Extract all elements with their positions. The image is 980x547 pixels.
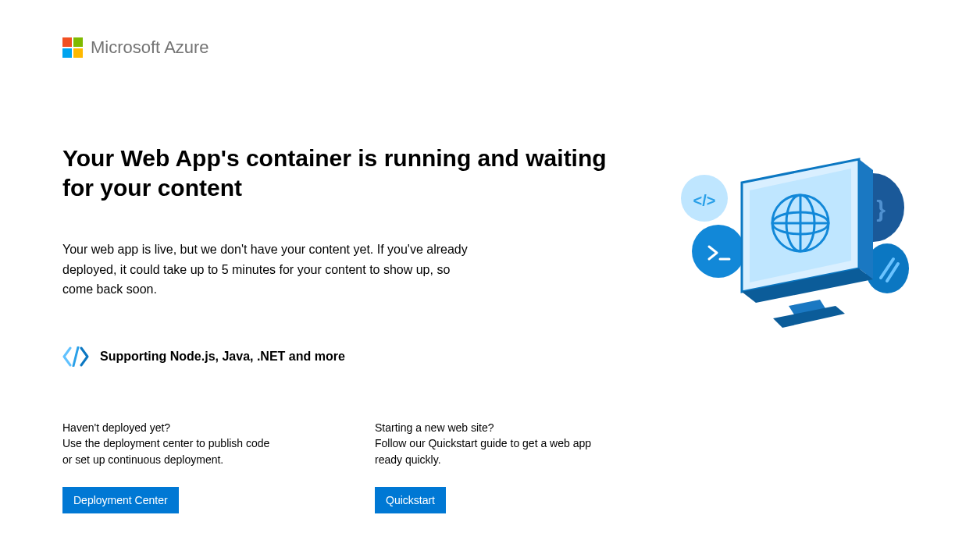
svg-marker-12 xyxy=(859,159,873,279)
code-brackets-icon xyxy=(62,346,89,367)
svg-point-8 xyxy=(692,225,745,278)
isometric-monitor-illustration: { } </> xyxy=(672,151,921,342)
deployment-center-button[interactable]: Deployment Center xyxy=(62,487,179,513)
brand-header: Microsoft Azure xyxy=(62,37,918,58)
support-row: Supporting Node.js, Java, .NET and more xyxy=(62,346,625,367)
quickstart-action-block: Starting a new web site? Follow our Quic… xyxy=(375,421,593,513)
svg-line-0 xyxy=(73,347,78,366)
brand-name: Microsoft Azure xyxy=(91,37,209,58)
deploy-heading: Haven't deployed yet? xyxy=(62,421,281,434)
microsoft-logo-icon xyxy=(62,37,83,58)
deploy-desc: Use the deployment center to publish cod… xyxy=(62,435,281,468)
quickstart-desc: Follow our Quickstart guide to get a web… xyxy=(375,435,593,468)
support-text: Supporting Node.js, Java, .NET and more xyxy=(100,350,345,364)
deploy-action-block: Haven't deployed yet? Use the deployment… xyxy=(62,421,281,513)
page-title: Your Web App's container is running and … xyxy=(62,144,617,202)
svg-text:</>: </> xyxy=(693,192,716,209)
page-subtitle: Your web app is live, but we don't have … xyxy=(62,240,469,300)
quickstart-heading: Starting a new web site? xyxy=(375,421,593,434)
quickstart-button[interactable]: Quickstart xyxy=(375,487,446,513)
